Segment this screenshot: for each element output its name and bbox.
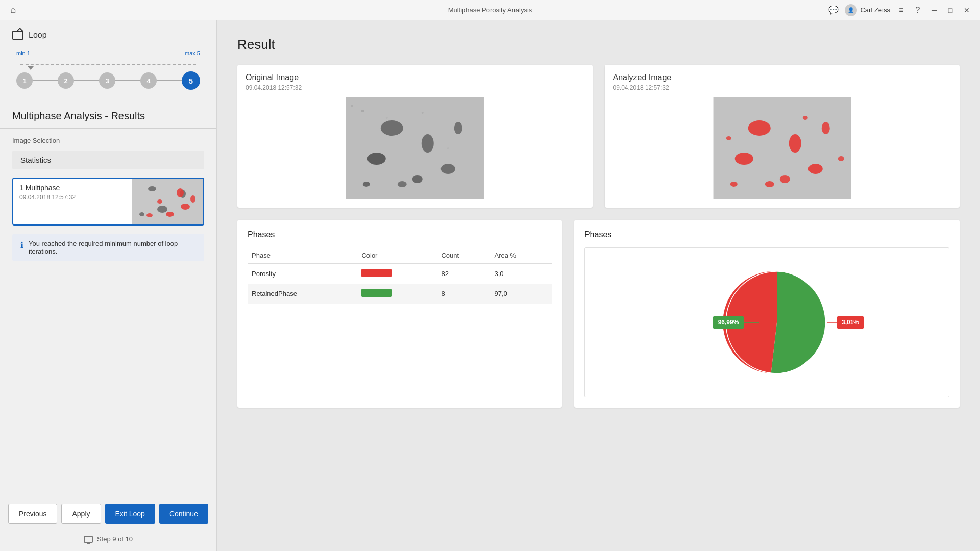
svg-point-31: [789, 134, 801, 153]
svg-point-21: [412, 175, 423, 183]
home-icon[interactable]: ⌂: [8, 5, 18, 15]
action-buttons: Previous Apply Exit Loop Continue: [0, 504, 216, 530]
step-1[interactable]: 1: [16, 72, 33, 89]
previous-button[interactable]: Previous: [8, 504, 57, 524]
svg-point-26: [422, 112, 424, 114]
minimize-button[interactable]: ─: [929, 5, 939, 15]
svg-point-39: [838, 156, 844, 161]
user-area: 👤 Carl Zeiss: [845, 4, 890, 16]
image-card-info: 1 Multiphase 09.04.2018 12:57:32: [13, 179, 132, 224]
phase-area-2: 97,0: [491, 284, 552, 304]
main-layout: Loop min 1 max 5 1 2 3 4 5 Mu: [0, 20, 980, 551]
loop-icon: [12, 31, 23, 40]
info-message: You reached the required minimum number …: [29, 240, 196, 255]
original-image: [246, 97, 584, 199]
svg-point-19: [368, 153, 386, 165]
loop-label: Loop: [29, 31, 47, 40]
thumb-svg: [132, 179, 203, 224]
table-row: Porosity 82 3,0: [248, 264, 552, 284]
svg-point-4: [157, 206, 167, 213]
avatar: 👤: [845, 4, 857, 16]
svg-point-8: [166, 212, 174, 217]
original-image-panel: Original Image 09.04.2018 12:57:32: [237, 65, 593, 208]
svg-point-17: [381, 120, 403, 136]
phase-name-2: RetainedPhase: [248, 284, 357, 304]
phase-area-1: 3,0: [491, 264, 552, 284]
pie-container: 96,99% 3,01%: [584, 247, 949, 397]
step-2[interactable]: 2: [58, 72, 74, 89]
images-row: Original Image 09.04.2018 12:57:32: [237, 65, 960, 208]
svg-point-6: [177, 188, 184, 197]
table-row: RetainedPhase 8 97,0: [248, 284, 552, 304]
svg-point-37: [765, 181, 774, 187]
steps-row: 1 2 3 4 5: [16, 71, 200, 90]
svg-point-30: [748, 120, 770, 136]
phase-color-2: [357, 284, 437, 304]
monitor-icon: [84, 536, 93, 543]
step-min-label: min 1: [16, 50, 30, 56]
phases-chart-title: Phases: [584, 230, 949, 239]
image-card-date: 09.04.2018 12:57:32: [19, 194, 126, 201]
apply-button[interactable]: Apply: [61, 504, 101, 524]
continue-button[interactable]: Continue: [159, 504, 208, 524]
analyzed-image: [613, 97, 952, 199]
info-bar: ℹ You reached the required minimum numbe…: [12, 234, 204, 261]
menu-icon[interactable]: ≡: [896, 5, 906, 15]
titlebar: ⌂ Multiphase Porosity Analysis 💬 👤 Carl …: [0, 0, 980, 20]
image-card[interactable]: 1 Multiphase 09.04.2018 12:57:32: [12, 178, 204, 226]
close-button[interactable]: ✕: [962, 5, 972, 15]
analyzed-image-svg: [613, 97, 952, 199]
username: Carl Zeiss: [860, 6, 890, 14]
statistics-label: Statistics: [20, 156, 51, 164]
svg-point-36: [730, 182, 737, 187]
svg-point-40: [726, 136, 731, 140]
phase-count-2: 8: [437, 284, 490, 304]
analyzed-image-panel: Analyzed Image 09.04.2018 12:57:32: [605, 65, 960, 208]
phase-color-1: [357, 264, 437, 284]
right-panel: Result Original Image 09.04.2018 12:57:3…: [217, 20, 980, 551]
svg-point-38: [802, 116, 807, 120]
pie-chart-svg: 96,99% 3,01%: [670, 256, 864, 389]
svg-point-32: [734, 153, 753, 165]
svg-point-2: [148, 186, 156, 191]
svg-point-7: [181, 204, 190, 210]
titlebar-right: 💬 👤 Carl Zeiss ≡ ? ─ □ ✕: [828, 4, 972, 16]
svg-point-33: [808, 164, 822, 174]
titlebar-left: ⌂: [8, 5, 18, 15]
step-3[interactable]: 3: [99, 72, 115, 89]
loop-header: Loop: [12, 31, 204, 40]
svg-point-27: [447, 147, 449, 149]
col-color: Color: [357, 247, 437, 264]
app-title: Multiphase Porosity Analysis: [448, 6, 532, 14]
step-5[interactable]: 5: [182, 71, 200, 90]
col-area: Area %: [491, 247, 552, 264]
phases-table-title: Phases: [248, 230, 552, 239]
col-phase: Phase: [248, 247, 357, 264]
col-count: Count: [437, 247, 490, 264]
phase-count-1: 82: [437, 264, 490, 284]
phases-table-panel: Phases Phase Color Count Area % Porosity: [237, 220, 562, 408]
panel-content: Image Selection Statistics 1 Multiphase …: [0, 129, 216, 504]
step-max-label: max 5: [185, 50, 200, 56]
chat-icon[interactable]: 💬: [828, 5, 839, 15]
svg-point-20: [441, 164, 455, 174]
svg-point-23: [363, 182, 370, 187]
maximize-button[interactable]: □: [945, 5, 955, 15]
dashed-line: [20, 64, 196, 65]
svg-text:96,99%: 96,99%: [718, 319, 739, 326]
original-image-title: Original Image: [246, 73, 584, 82]
svg-point-11: [190, 195, 195, 203]
phase-name-1: Porosity: [248, 264, 357, 284]
image-selection-label: Image Selection: [12, 137, 204, 144]
svg-point-35: [821, 122, 829, 134]
original-image-date: 09.04.2018 12:57:32: [246, 84, 584, 91]
svg-point-9: [157, 199, 162, 204]
step-indicator: Step 9 of 10: [0, 530, 216, 551]
phases-chart-panel: Phases: [574, 220, 960, 408]
image-card-title: 1 Multiphase: [19, 184, 126, 192]
analyzed-image-title: Analyzed Image: [613, 73, 952, 82]
exit-loop-button[interactable]: Exit Loop: [105, 504, 155, 524]
help-icon[interactable]: ?: [913, 5, 923, 15]
loop-section: Loop min 1 max 5 1 2 3 4 5: [0, 20, 216, 100]
step-4[interactable]: 4: [140, 72, 157, 89]
